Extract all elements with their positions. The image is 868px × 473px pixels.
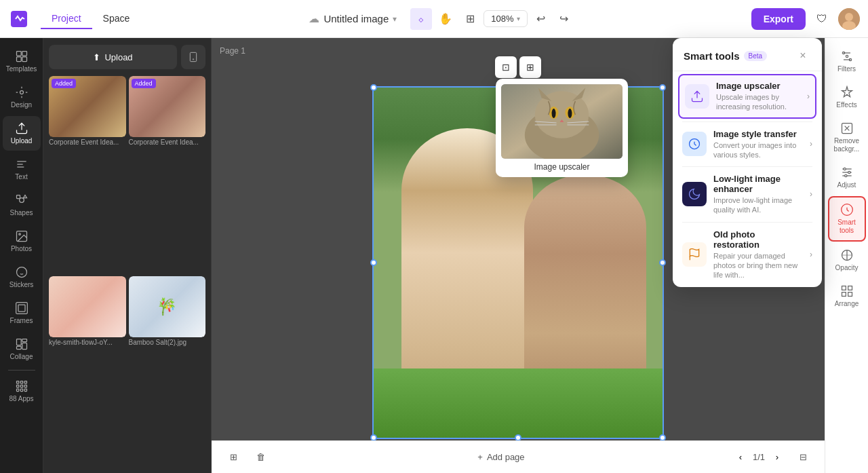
svg-point-56 xyxy=(848,171,850,173)
svg-point-39 xyxy=(552,109,556,118)
svg-point-8 xyxy=(20,91,23,94)
add-page-btn[interactable]: + Add page xyxy=(472,449,530,465)
upload-button[interactable]: ⬆ Upload xyxy=(49,45,177,69)
tab-space[interactable]: Space xyxy=(92,9,141,29)
doc-title-area[interactable]: ☁ Untitled image ▾ xyxy=(309,12,397,25)
right-item-opacity-label: Opacity xyxy=(835,264,859,272)
smart-panel-close-btn[interactable]: × xyxy=(795,48,811,64)
right-item-effects[interactable]: Effects xyxy=(828,80,866,115)
panel-image-label-3: kyle-smith-tlowJ-oY... xyxy=(49,337,126,350)
sidebar-item-collage[interactable]: Collage xyxy=(3,332,41,366)
smart-tool-restoration[interactable]: Old photo restoration Repair your damage… xyxy=(673,223,822,287)
canvas-crop-btn[interactable]: ⊡ xyxy=(495,56,517,78)
next-page-btn[interactable]: › xyxy=(768,448,787,467)
restoration-desc: Repair your damaged photos or bring them… xyxy=(713,251,803,280)
grid-view-btn[interactable]: ⊞ xyxy=(222,447,244,468)
svg-rect-29 xyxy=(24,389,26,391)
right-item-opacity[interactable]: Opacity xyxy=(828,243,866,278)
page-label: Page 1 xyxy=(220,46,245,56)
smart-tool-upscaler[interactable]: Image upscaler Upscale images by increas… xyxy=(678,74,816,119)
style-name: Image style transfer xyxy=(713,129,803,139)
mobile-upload-btn[interactable] xyxy=(181,45,205,69)
smart-panel-title: Smart tools Beta xyxy=(684,50,767,62)
sidebar-item-templates[interactable]: Templates xyxy=(3,44,41,79)
export-button[interactable]: Export xyxy=(751,8,806,30)
sidebar-item-templates-label: Templates xyxy=(6,65,37,73)
sidebar-item-apps[interactable]: 88 Apps xyxy=(3,374,41,409)
panel-top: ⬆ Upload xyxy=(43,38,211,76)
right-item-effects-label: Effects xyxy=(836,101,856,109)
right-sidebar: Filters Effects Remove backgr... Adjust … xyxy=(825,38,868,473)
left-sidebar: Templates Design Upload Text Shapes Phot… xyxy=(0,38,43,473)
prev-page-btn[interactable]: ‹ xyxy=(731,448,750,467)
svg-point-40 xyxy=(568,109,572,118)
sidebar-item-upload[interactable]: Upload xyxy=(3,116,41,151)
lowlight-icon xyxy=(682,182,707,206)
tab-project[interactable]: Project xyxy=(41,9,92,29)
svg-point-57 xyxy=(844,174,846,176)
shield-icon[interactable]: 🛡 xyxy=(811,8,833,30)
svg-rect-23 xyxy=(24,381,26,383)
right-item-filters[interactable]: Filters xyxy=(828,44,866,79)
select-tool-btn[interactable]: ⬦ xyxy=(410,8,432,30)
sidebar-item-photos[interactable]: Photos xyxy=(3,224,41,259)
topbar-tools: ⬦ ✋ ⊞ 108% ▾ ↩ ↪ xyxy=(410,8,574,30)
sidebar-item-frames[interactable]: Frames xyxy=(3,296,41,330)
smart-tool-style[interactable]: Image style transfer Convert your images… xyxy=(673,122,822,167)
page-indicator: 1/1 xyxy=(753,452,765,462)
svg-rect-10 xyxy=(16,195,20,199)
sidebar-item-design-label: Design xyxy=(11,101,32,109)
panel-image-label-2: Corporate Event Idea... xyxy=(129,137,206,150)
add-page-label: Add page xyxy=(487,452,525,462)
style-text: Image style transfer Convert your images… xyxy=(713,129,803,160)
right-item-remove-bg[interactable]: Remove backgr... xyxy=(828,116,866,159)
right-item-adjust-label: Adjust xyxy=(837,181,856,189)
svg-rect-25 xyxy=(20,385,22,387)
panel-image-item-4[interactable]: 🎋 xyxy=(129,276,206,337)
add-page-icon: + xyxy=(477,452,483,462)
logo[interactable] xyxy=(8,8,30,30)
chevron-down-icon: ▾ xyxy=(393,14,397,24)
image-item-4-wrapper: 🎋 Bamboo Salt(2).jpg xyxy=(129,276,206,474)
cloud-icon: ☁ xyxy=(309,12,319,25)
zoom-value: 108% xyxy=(491,14,513,24)
svg-point-2 xyxy=(845,13,853,21)
right-item-adjust[interactable]: Adjust xyxy=(828,160,866,195)
topbar-center: ☁ Untitled image ▾ ⬦ ✋ ⊞ 108% ▾ ↩ ↪ xyxy=(146,8,745,30)
canvas-toolbar: ⊡ ⊞ xyxy=(495,56,541,78)
svg-rect-7 xyxy=(22,57,26,62)
sidebar-item-stickers[interactable]: Stickers xyxy=(3,260,41,295)
sidebar-item-design[interactable]: Design xyxy=(3,80,41,115)
panel-image-item-2[interactable]: Added xyxy=(129,76,206,137)
undo-btn[interactable]: ↩ xyxy=(530,8,552,30)
svg-rect-4 xyxy=(16,52,21,56)
undo-redo: ↩ ↪ xyxy=(530,8,575,30)
bottom-center: + Add page xyxy=(279,449,723,465)
right-item-arrange[interactable]: Arrange xyxy=(828,279,866,314)
zoom-chevron: ▾ xyxy=(517,15,520,22)
sidebar-item-stickers-label: Stickers xyxy=(9,281,34,289)
bottom-right: ‹ 1/1 › ⊟ xyxy=(731,447,814,468)
move-tool-btn[interactable]: ✋ xyxy=(435,8,456,30)
upscaler-arrow: › xyxy=(807,92,810,101)
canvas-edit-btn[interactable]: ⊞ xyxy=(519,56,541,78)
avatar[interactable] xyxy=(838,8,860,30)
panel-image-item-1[interactable]: Added xyxy=(49,76,126,137)
fit-screen-btn[interactable]: ⊟ xyxy=(792,447,814,468)
cat-image-svg xyxy=(501,84,623,159)
topbar-right: Export 🛡 xyxy=(751,8,860,30)
upscaler-icon xyxy=(685,84,709,109)
smart-tool-lowlight[interactable]: Low-light image enhancer Improve low-lig… xyxy=(673,167,822,222)
right-item-smart-tools[interactable]: Smart tools xyxy=(828,196,866,242)
panel-image-item-3[interactable] xyxy=(49,276,126,337)
redo-btn[interactable]: ↪ xyxy=(553,8,575,30)
page-nav: ‹ 1/1 › xyxy=(731,448,787,467)
sidebar-item-text[interactable]: Text xyxy=(3,152,41,187)
sidebar-item-shapes[interactable]: Shapes xyxy=(3,188,41,223)
zoom-control[interactable]: 108% ▾ xyxy=(484,10,527,27)
layout-tool-btn[interactable]: ⊞ xyxy=(459,8,481,30)
added-badge-2: Added xyxy=(132,79,156,88)
restoration-arrow: › xyxy=(810,250,812,259)
image-item-3-wrapper: kyle-smith-tlowJ-oY... xyxy=(49,276,126,474)
delete-btn[interactable]: 🗑 xyxy=(250,447,271,468)
